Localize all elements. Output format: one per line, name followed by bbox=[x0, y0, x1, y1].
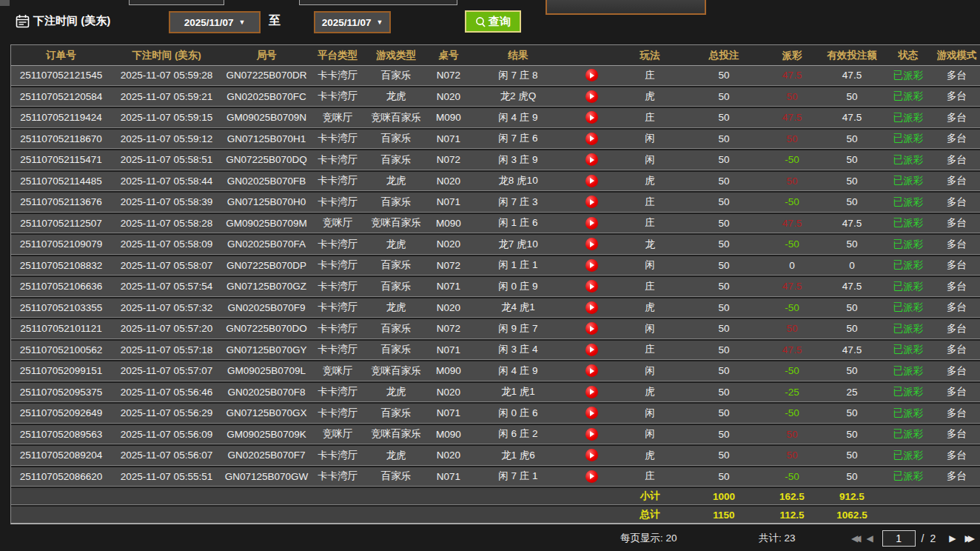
cell-table-no: N071 bbox=[428, 281, 469, 292]
top-cut-input-left[interactable] bbox=[129, 0, 224, 5]
cell-game-mode: 多台 bbox=[933, 385, 980, 398]
cell-total-bet: 50 bbox=[684, 323, 764, 334]
replay-play-icon[interactable] bbox=[585, 407, 598, 419]
replay-play-icon[interactable] bbox=[585, 280, 598, 293]
replay-play-icon[interactable] bbox=[585, 196, 598, 208]
cell-table-no: N071 bbox=[428, 407, 469, 418]
cell-valid-bet: 50 bbox=[820, 407, 884, 418]
replay-play-icon[interactable] bbox=[585, 238, 598, 250]
cell-payout: -50 bbox=[764, 302, 820, 313]
cell-play-method: 虎 bbox=[616, 385, 684, 398]
replay-play-icon[interactable] bbox=[585, 90, 598, 103]
cell-status: 已派彩 bbox=[884, 470, 933, 483]
header-play-method: 玩法 bbox=[616, 49, 684, 62]
replay-play-icon[interactable] bbox=[585, 259, 598, 272]
cell-payout: 47.5 bbox=[764, 281, 820, 292]
table-row: 251107052100562 2025-11-07 05:57:18 GN07… bbox=[11, 341, 980, 361]
replay-play-icon[interactable] bbox=[585, 217, 598, 230]
cell-valid-bet: 50 bbox=[820, 429, 884, 440]
cell-replay bbox=[567, 364, 616, 377]
first-page-button[interactable]: ◀◀ bbox=[851, 533, 857, 544]
replay-play-icon[interactable] bbox=[585, 470, 598, 483]
cell-round-id: GN07225B070DQ bbox=[222, 154, 311, 165]
top-cut-input-right[interactable] bbox=[299, 0, 457, 5]
cell-valid-bet: 50 bbox=[820, 323, 884, 334]
cell-game-mode: 多台 bbox=[933, 196, 980, 209]
replay-play-icon[interactable] bbox=[585, 449, 598, 461]
cell-bet-time: 2025-11-07 05:59:12 bbox=[111, 133, 222, 144]
cell-platform: 卡卡湾厅 bbox=[311, 153, 364, 167]
cell-bet-time: 2025-11-07 05:55:51 bbox=[111, 471, 222, 482]
replay-play-icon[interactable] bbox=[585, 69, 598, 81]
replay-play-icon[interactable] bbox=[585, 111, 598, 124]
cell-game-mode: 多台 bbox=[933, 449, 980, 462]
replay-play-icon[interactable] bbox=[585, 428, 598, 441]
cell-payout: 47.5 bbox=[764, 344, 820, 355]
replay-play-icon[interactable] bbox=[585, 386, 598, 398]
query-button[interactable]: 查询 bbox=[465, 10, 521, 33]
cell-platform: 卡卡湾厅 bbox=[311, 174, 364, 187]
cell-result: 闲 7 庄 8 bbox=[469, 69, 567, 82]
replay-play-icon[interactable] bbox=[585, 301, 598, 314]
cell-game-type: 百家乐 bbox=[364, 153, 428, 167]
prev-page-button[interactable]: ◀ bbox=[866, 533, 873, 544]
total-bet: 1150 bbox=[684, 510, 764, 521]
cell-play-method: 庄 bbox=[616, 111, 684, 124]
cell-status: 已派彩 bbox=[884, 449, 933, 462]
replay-play-icon[interactable] bbox=[585, 322, 598, 335]
cell-result: 龙4 虎1 bbox=[469, 301, 567, 314]
cell-bet-time: 2025-11-07 05:56:46 bbox=[111, 387, 222, 398]
cell-order-id: 251107052089563 bbox=[11, 429, 111, 440]
next-page-button[interactable]: ▶ bbox=[949, 533, 956, 544]
cell-table-no: N020 bbox=[428, 91, 469, 102]
date-from-value: 2025/11/07 bbox=[184, 17, 234, 28]
header-order-id: 订单号 bbox=[11, 49, 111, 62]
cell-play-method: 庄 bbox=[616, 69, 684, 82]
cell-result: 闲 1 庄 6 bbox=[469, 216, 567, 230]
current-page-input[interactable]: 1 bbox=[882, 530, 916, 547]
last-page-button[interactable]: ▶▶ bbox=[965, 533, 971, 544]
cell-result: 闲 9 庄 7 bbox=[469, 322, 567, 335]
table-row: 251107052086620 2025-11-07 05:55:51 GN07… bbox=[11, 467, 980, 487]
cell-play-method: 闲 bbox=[616, 364, 684, 378]
cell-round-id: GN02025B070FB bbox=[222, 176, 311, 187]
cell-result: 闲 6 庄 2 bbox=[469, 427, 567, 441]
cell-platform: 卡卡湾厅 bbox=[311, 385, 364, 398]
cell-bet-time: 2025-11-07 05:57:54 bbox=[111, 281, 222, 292]
cell-round-id: GN07225B070DR bbox=[222, 70, 311, 81]
cell-round-id: GN02025B070FC bbox=[222, 91, 311, 102]
cell-round-id: GN07125B070GY bbox=[222, 344, 311, 355]
cell-round-id: GM09025B0709M bbox=[222, 218, 311, 229]
header-result: 结果 bbox=[469, 49, 567, 62]
total-valid: 1062.5 bbox=[820, 510, 884, 521]
cell-replay bbox=[567, 133, 616, 145]
cell-game-mode: 多台 bbox=[933, 364, 980, 378]
cell-status: 已派彩 bbox=[884, 216, 933, 230]
cell-result: 龙2 虎Q bbox=[469, 90, 567, 103]
cell-play-method: 虎 bbox=[616, 90, 684, 103]
cell-replay bbox=[567, 386, 616, 398]
cell-payout: -50 bbox=[764, 154, 820, 165]
date-to-select[interactable]: 2025/11/07 ▼ bbox=[314, 11, 391, 33]
date-to-value: 2025/11/07 bbox=[322, 17, 372, 28]
cell-order-id: 251107052115471 bbox=[11, 154, 111, 165]
cell-replay bbox=[567, 175, 616, 187]
cell-table-no: M090 bbox=[428, 429, 469, 440]
total-count-label: 共计: 23 bbox=[759, 532, 796, 545]
replay-play-icon[interactable] bbox=[585, 344, 598, 356]
cell-status: 已派彩 bbox=[884, 90, 933, 103]
cell-bet-time: 2025-11-07 05:57:20 bbox=[111, 323, 222, 334]
cell-order-id: 251107052108832 bbox=[11, 260, 111, 271]
replay-play-icon[interactable] bbox=[585, 364, 598, 377]
date-from-select[interactable]: 2025/11/07 ▼ bbox=[169, 11, 261, 33]
cell-platform: 卡卡湾厅 bbox=[311, 322, 364, 335]
replay-play-icon[interactable] bbox=[585, 153, 598, 166]
table-row: 251107052095375 2025-11-07 05:56:46 GN02… bbox=[11, 383, 980, 403]
cell-status: 已派彩 bbox=[884, 258, 933, 272]
cell-result: 闲 3 庄 9 bbox=[469, 153, 567, 167]
cell-game-type: 龙虎 bbox=[364, 174, 428, 187]
replay-play-icon[interactable] bbox=[585, 133, 598, 145]
cell-status: 已派彩 bbox=[884, 322, 933, 335]
replay-play-icon[interactable] bbox=[585, 175, 598, 187]
cell-order-id: 251107052113676 bbox=[11, 196, 111, 207]
